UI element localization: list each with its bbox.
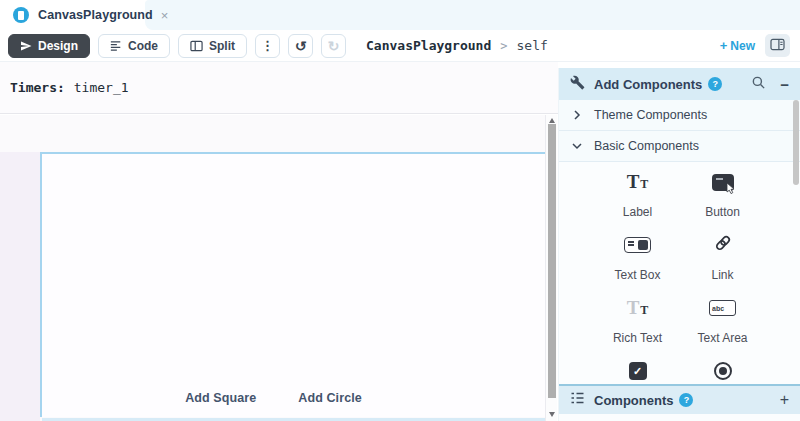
- more-options-button[interactable]: ⋮: [255, 34, 280, 58]
- tab-strip: CanvasPlayground ×: [0, 0, 800, 30]
- redo-icon: ↻: [328, 39, 340, 53]
- vertical-scrollbar-thumb[interactable]: [548, 124, 556, 398]
- add-square-link[interactable]: Add Square: [185, 391, 256, 405]
- split-view-icon: [190, 40, 203, 52]
- wrench-icon: [570, 75, 585, 94]
- canvas-left-gutter: [0, 152, 40, 421]
- tab-canvasplayground[interactable]: CanvasPlayground ×: [0, 0, 145, 30]
- breadcrumb-separator: >: [500, 39, 507, 53]
- components-bar-title: Components: [594, 393, 673, 408]
- send-icon: [20, 40, 32, 52]
- help-badge[interactable]: ?: [708, 77, 722, 91]
- components-tree-bar[interactable]: Components ? +: [559, 384, 800, 414]
- tab-close-icon[interactable]: ×: [161, 8, 169, 23]
- components-tree-icon: [570, 391, 585, 409]
- component-button[interactable]: Button: [680, 162, 765, 225]
- section-theme-components[interactable]: Theme Components: [559, 100, 800, 131]
- richtext-icon: TT: [627, 297, 649, 319]
- toolbar-right-group: + New: [720, 34, 792, 57]
- checkbox-icon: ✓: [629, 362, 647, 380]
- add-component-plus-icon[interactable]: +: [780, 392, 789, 408]
- add-components-panel: Add Components ? − Theme Components Basi…: [558, 68, 800, 421]
- component-richtext[interactable]: TT Rich Text: [595, 288, 680, 351]
- code-lines-icon: [110, 40, 122, 52]
- label-icon: TT: [627, 171, 649, 193]
- breadcrumb-app[interactable]: CanvasPlayground: [366, 38, 491, 53]
- components-help-badge[interactable]: ?: [679, 393, 693, 407]
- form-file-icon: [13, 7, 29, 23]
- chevron-down-icon: [571, 142, 583, 150]
- button-icon: [712, 174, 734, 191]
- form-links-row: Add Square Add Circle: [42, 391, 505, 405]
- scroll-up-arrow-icon[interactable]: [549, 118, 555, 123]
- design-button[interactable]: Design: [8, 34, 90, 58]
- tab-strip-empty-area: [145, 0, 800, 30]
- toggle-sidebar-button[interactable]: [765, 34, 790, 57]
- add-circle-link[interactable]: Add Circle: [298, 391, 362, 405]
- tab-title: CanvasPlayground: [38, 8, 153, 22]
- plus-sparkle-icon: +: [720, 38, 728, 53]
- ide-window: CanvasPlayground × Design Code Split ⋮: [0, 0, 800, 421]
- vertical-scrollbar[interactable]: [545, 115, 557, 421]
- textarea-icon: abc: [709, 300, 736, 316]
- component-checkbox[interactable]: ✓: [595, 351, 680, 385]
- new-button[interactable]: + New: [720, 38, 755, 53]
- radiobutton-icon: [714, 362, 732, 380]
- component-textarea[interactable]: abc Text Area: [680, 288, 765, 351]
- breadcrumb-self[interactable]: self: [516, 38, 547, 53]
- form-surface[interactable]: Add Square Add Circle: [40, 152, 545, 417]
- sidebar-layout-icon: [770, 38, 785, 54]
- timer-item[interactable]: timer_1: [74, 80, 129, 95]
- component-link[interactable]: Link: [680, 225, 765, 288]
- undo-button[interactable]: ↺: [288, 34, 313, 58]
- collapse-panel-icon[interactable]: −: [780, 77, 789, 92]
- scroll-down-arrow-icon[interactable]: [549, 412, 555, 417]
- link-icon: [713, 233, 733, 257]
- basic-components-grid: TT Label Button Text Box Link TT: [595, 162, 765, 385]
- timers-label: Timers:: [10, 80, 65, 95]
- search-components-button[interactable]: [749, 73, 768, 95]
- search-icon: [751, 75, 766, 93]
- undo-icon: ↺: [295, 39, 307, 53]
- redo-button[interactable]: ↻: [321, 34, 346, 58]
- chevron-right-icon: [571, 110, 583, 120]
- add-components-header: Add Components ? −: [559, 68, 800, 100]
- section-basic-components[interactable]: Basic Components: [559, 131, 800, 162]
- panel-title: Add Components: [594, 77, 702, 92]
- component-label[interactable]: TT Label: [595, 162, 680, 225]
- textbox-icon: [624, 237, 651, 253]
- kebab-icon: ⋮: [261, 39, 274, 52]
- panel-scrollbar-thumb[interactable]: [793, 100, 799, 185]
- design-canvas: Add Square Add Circle: [0, 115, 545, 421]
- component-radiobutton[interactable]: [680, 351, 765, 385]
- component-textbox[interactable]: Text Box: [595, 225, 680, 288]
- split-button[interactable]: Split: [178, 34, 247, 58]
- breadcrumb: CanvasPlayground > self: [366, 38, 548, 53]
- toolbar: Design Code Split ⋮ ↺ ↻ CanvasPlayground…: [0, 30, 800, 62]
- timers-bar: Timers: timer_1: [0, 62, 558, 114]
- code-button[interactable]: Code: [98, 34, 170, 58]
